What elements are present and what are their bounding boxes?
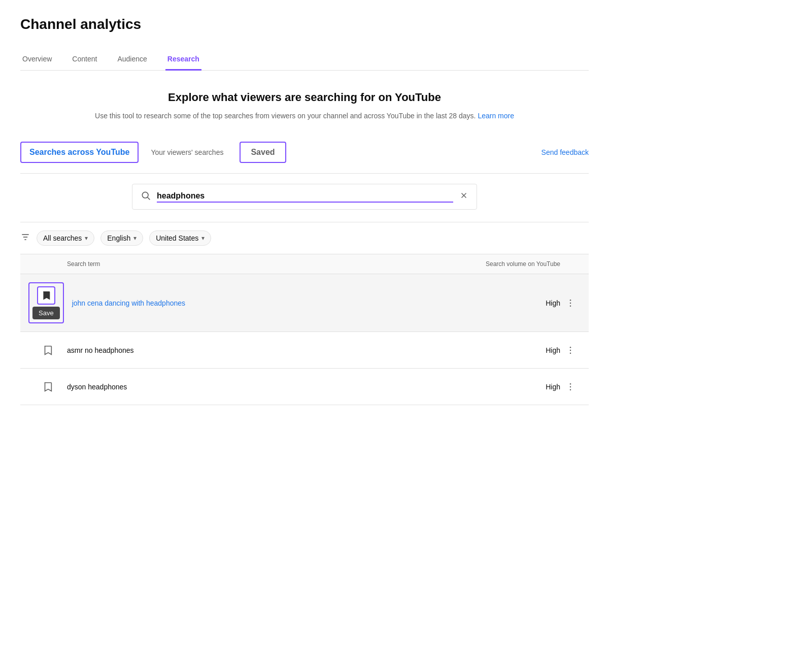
more-options-icon[interactable] bbox=[560, 298, 581, 308]
tab-content[interactable]: Content bbox=[70, 49, 99, 71]
tab-searches-across-youtube[interactable]: Searches across YouTube bbox=[20, 142, 139, 163]
chevron-down-icon: ▾ bbox=[201, 235, 205, 242]
chevron-down-icon: ▾ bbox=[133, 235, 137, 242]
tab-saved[interactable]: Saved bbox=[240, 142, 286, 163]
search-volume-value: High bbox=[459, 383, 560, 391]
filter-united-states[interactable]: United States ▾ bbox=[149, 230, 211, 246]
bookmark-empty-icon[interactable] bbox=[40, 342, 56, 358]
svg-point-8 bbox=[570, 303, 571, 304]
bookmark-save-group: Save bbox=[28, 282, 64, 323]
learn-more-link[interactable]: Learn more bbox=[478, 112, 514, 120]
tab-overview[interactable]: Overview bbox=[20, 49, 54, 71]
filter-all-searches[interactable]: All searches ▾ bbox=[37, 230, 94, 246]
tab-research[interactable]: Research bbox=[165, 49, 201, 71]
search-bar-container bbox=[20, 184, 589, 210]
svg-point-11 bbox=[570, 350, 571, 351]
svg-point-15 bbox=[570, 389, 571, 390]
close-icon[interactable] bbox=[459, 191, 468, 203]
search-icon bbox=[141, 190, 151, 203]
table-header: Search term Search volume on YouTube bbox=[20, 254, 589, 274]
svg-point-12 bbox=[570, 352, 571, 354]
table-row: Save john cena dancing with headphones H… bbox=[20, 274, 589, 332]
table-row: asmr no headphones High bbox=[20, 332, 589, 369]
bookmark-empty-icon[interactable] bbox=[40, 379, 56, 395]
search-bar bbox=[132, 184, 477, 210]
svg-point-9 bbox=[570, 305, 571, 307]
search-term-text[interactable]: asmr no headphones bbox=[67, 346, 459, 354]
tab-audience[interactable]: Audience bbox=[115, 49, 149, 71]
hero-section: Explore what viewers are searching for o… bbox=[20, 91, 589, 121]
send-feedback-button[interactable]: Send feedback bbox=[542, 148, 589, 156]
bookmark-filled-icon[interactable] bbox=[37, 286, 55, 305]
svg-point-13 bbox=[570, 383, 571, 385]
more-options-icon[interactable] bbox=[560, 345, 581, 355]
filters-row: All searches ▾ English ▾ United States ▾ bbox=[20, 222, 589, 254]
svg-point-7 bbox=[570, 300, 571, 301]
svg-point-10 bbox=[570, 347, 571, 348]
section-tabs-row: Searches across YouTube Your viewers' se… bbox=[20, 142, 589, 163]
col-header-search-volume: Search volume on YouTube bbox=[428, 260, 560, 268]
svg-line-1 bbox=[148, 197, 150, 200]
search-volume-value: High bbox=[459, 346, 560, 354]
hero-description: Use this tool to research some of the to… bbox=[71, 110, 538, 121]
hero-title: Explore what viewers are searching for o… bbox=[71, 91, 538, 104]
col-header-search-term: Search term bbox=[67, 260, 428, 268]
search-input[interactable] bbox=[157, 191, 453, 203]
page-title: Channel analytics bbox=[20, 16, 589, 32]
chevron-down-icon: ▾ bbox=[85, 235, 88, 242]
search-term-text[interactable]: dyson headphones bbox=[67, 383, 459, 391]
svg-point-0 bbox=[142, 192, 148, 199]
filter-icon[interactable] bbox=[20, 232, 30, 245]
table-row: dyson headphones High bbox=[20, 369, 589, 405]
svg-point-14 bbox=[570, 386, 571, 388]
search-volume-value: High bbox=[459, 299, 560, 307]
more-options-icon[interactable] bbox=[560, 382, 581, 392]
filter-english[interactable]: English ▾ bbox=[100, 230, 143, 246]
search-term-link[interactable]: john cena dancing with headphones bbox=[72, 299, 459, 307]
tab-viewers-searches[interactable]: Your viewers' searches bbox=[143, 143, 231, 161]
main-tabs: Overview Content Audience Research bbox=[20, 49, 589, 71]
save-button[interactable]: Save bbox=[32, 307, 60, 319]
